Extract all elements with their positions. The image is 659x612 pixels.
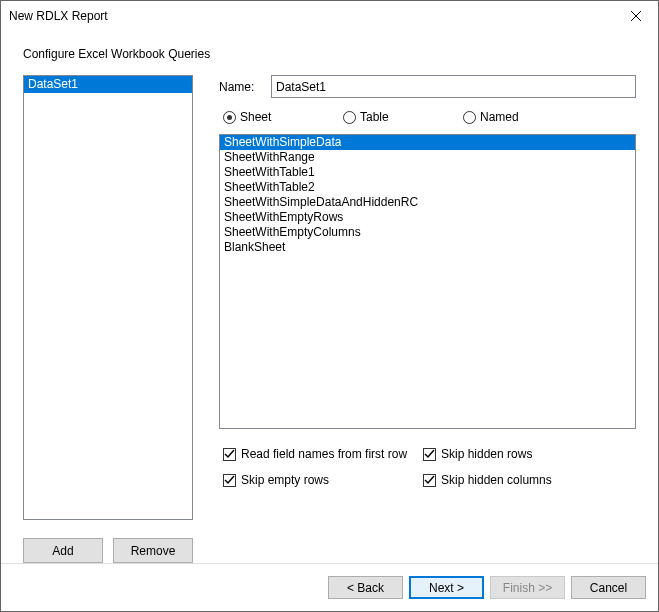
add-button[interactable]: Add — [23, 538, 103, 563]
checkbox-icon — [423, 448, 436, 461]
next-button[interactable]: Next > — [409, 576, 484, 599]
name-label: Name: — [219, 80, 271, 94]
close-button[interactable] — [613, 2, 658, 31]
content-area: Configure Excel Workbook Queries DataSet… — [1, 31, 658, 563]
radio-label: Table — [360, 110, 389, 124]
radio-label: Named — [480, 110, 519, 124]
left-column: DataSet1 Add Remove — [23, 75, 193, 563]
dataset-buttons: Add Remove — [23, 538, 193, 563]
list-item[interactable]: SheetWithTable2 — [220, 180, 635, 195]
radio-icon — [463, 111, 476, 124]
list-item[interactable]: BlankSheet — [220, 240, 635, 255]
list-item[interactable]: SheetWithSimpleData — [220, 135, 635, 150]
skip-empty-rows-checkbox[interactable]: Skip empty rows — [223, 473, 423, 487]
dialog-window: New RDLX Report Configure Excel Workbook… — [0, 0, 659, 612]
checkbox-label: Skip empty rows — [241, 473, 329, 487]
radio-icon — [223, 111, 236, 124]
type-radio-named[interactable]: Named — [463, 110, 583, 124]
list-item[interactable]: SheetWithEmptyColumns — [220, 225, 635, 240]
checkbox-label: Skip hidden columns — [441, 473, 552, 487]
close-icon — [631, 11, 641, 21]
remove-button[interactable]: Remove — [113, 538, 193, 563]
titlebar: New RDLX Report — [1, 1, 658, 31]
main-row: DataSet1 Add Remove Name: SheetTableName… — [23, 75, 636, 563]
radio-icon — [343, 111, 356, 124]
window-title: New RDLX Report — [9, 9, 108, 23]
checkbox-label: Skip hidden rows — [441, 447, 532, 461]
list-item[interactable]: SheetWithTable1 — [220, 165, 635, 180]
checkbox-icon — [223, 474, 236, 487]
type-radio-row: SheetTableNamed — [219, 110, 636, 124]
radio-label: Sheet — [240, 110, 271, 124]
checkbox-label: Read field names from first row — [241, 447, 407, 461]
finish-button: Finish >> — [490, 576, 565, 599]
checkbox-icon — [423, 474, 436, 487]
read-first-row-checkbox[interactable]: Read field names from first row — [223, 447, 423, 461]
right-column: Name: SheetTableNamed SheetWithSimpleDat… — [219, 75, 636, 563]
options-grid: Read field names from first row Skip hid… — [219, 447, 636, 487]
list-item[interactable]: DataSet1 — [24, 76, 192, 93]
checkbox-icon — [223, 448, 236, 461]
type-radio-sheet[interactable]: Sheet — [223, 110, 343, 124]
back-button[interactable]: < Back — [328, 576, 403, 599]
name-input[interactable] — [271, 75, 636, 98]
cancel-button[interactable]: Cancel — [571, 576, 646, 599]
name-row: Name: — [219, 75, 636, 98]
skip-hidden-rows-checkbox[interactable]: Skip hidden rows — [423, 447, 623, 461]
type-radio-table[interactable]: Table — [343, 110, 463, 124]
list-item[interactable]: SheetWithEmptyRows — [220, 210, 635, 225]
page-heading: Configure Excel Workbook Queries — [23, 47, 636, 61]
footer: < Back Next > Finish >> Cancel — [1, 563, 658, 611]
list-item[interactable]: SheetWithRange — [220, 150, 635, 165]
datasets-listbox[interactable]: DataSet1 — [23, 75, 193, 520]
list-item[interactable]: SheetWithSimpleDataAndHiddenRC — [220, 195, 635, 210]
sheets-listbox[interactable]: SheetWithSimpleDataSheetWithRangeSheetWi… — [219, 134, 636, 429]
skip-hidden-columns-checkbox[interactable]: Skip hidden columns — [423, 473, 623, 487]
